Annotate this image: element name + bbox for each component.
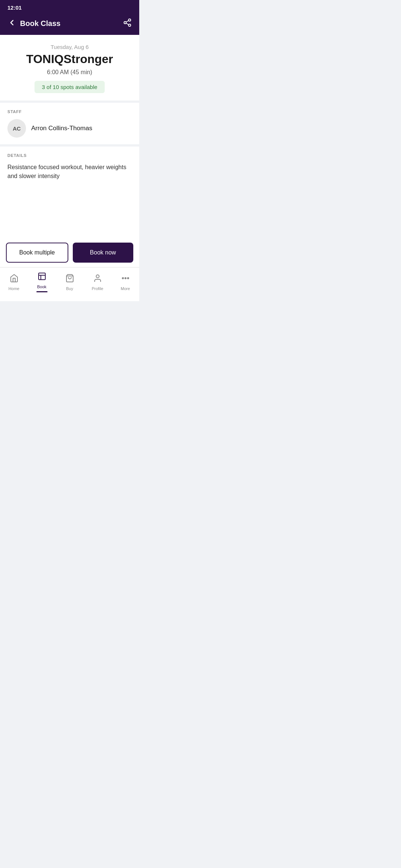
nav-item-more[interactable]: More — [114, 272, 137, 292]
svg-line-3 — [126, 23, 129, 25]
svg-point-10 — [122, 277, 123, 279]
book-multiple-button[interactable]: Book multiple — [6, 243, 68, 263]
svg-point-12 — [127, 277, 128, 279]
nav-item-profile[interactable]: Profile — [87, 272, 109, 292]
nav-label-book: Book — [37, 285, 46, 289]
status-bar: 12:01 — [0, 0, 139, 14]
spots-badge: 3 of 10 spots available — [35, 81, 105, 93]
nav-label-profile: Profile — [92, 286, 103, 291]
class-name: TONIQStronger — [7, 52, 132, 66]
book-icon — [38, 272, 46, 283]
details-section-label: DETAILS — [7, 153, 132, 158]
svg-rect-5 — [39, 273, 45, 280]
nav-item-book[interactable]: Book — [31, 270, 53, 294]
header: Book Class — [0, 14, 139, 35]
bottom-nav: Home Book Buy Prof — [0, 267, 139, 301]
profile-icon — [93, 274, 102, 285]
details-section: DETAILS Resistance focused workout, heav… — [0, 147, 139, 237]
staff-section: STAFF AC Arron Collins-Thomas — [0, 103, 139, 147]
home-icon — [10, 274, 19, 285]
nav-label-buy: Buy — [66, 286, 73, 291]
svg-point-11 — [125, 277, 126, 279]
class-time: 6:00 AM (45 min) — [7, 69, 132, 76]
staff-name: Arron Collins-Thomas — [31, 125, 92, 132]
status-time: 12:01 — [7, 4, 22, 11]
main-content: Tuesday, Aug 6 TONIQStronger 6:00 AM (45… — [0, 35, 139, 237]
class-date: Tuesday, Aug 6 — [7, 44, 132, 50]
buy-icon — [65, 274, 74, 285]
details-text: Resistance focused workout, heavier weig… — [7, 163, 132, 181]
staff-section-label: STAFF — [7, 109, 132, 114]
nav-label-home: Home — [9, 286, 19, 291]
nav-label-more: More — [121, 286, 130, 291]
header-title: Book Class — [20, 19, 61, 28]
share-button[interactable] — [123, 18, 132, 29]
header-left: Book Class — [7, 18, 61, 29]
book-now-button[interactable]: Book now — [73, 243, 134, 263]
nav-item-buy[interactable]: Buy — [59, 272, 81, 292]
svg-point-9 — [96, 275, 99, 278]
back-button[interactable] — [7, 18, 16, 29]
action-buttons: Book multiple Book now — [0, 237, 139, 267]
more-icon — [121, 274, 130, 285]
nav-item-home[interactable]: Home — [3, 272, 25, 292]
staff-row: AC Arron Collins-Thomas — [7, 119, 132, 138]
nav-active-indicator — [36, 291, 48, 292]
svg-line-4 — [126, 21, 129, 22]
staff-avatar: AC — [7, 119, 26, 138]
class-info-section: Tuesday, Aug 6 TONIQStronger 6:00 AM (45… — [0, 35, 139, 103]
